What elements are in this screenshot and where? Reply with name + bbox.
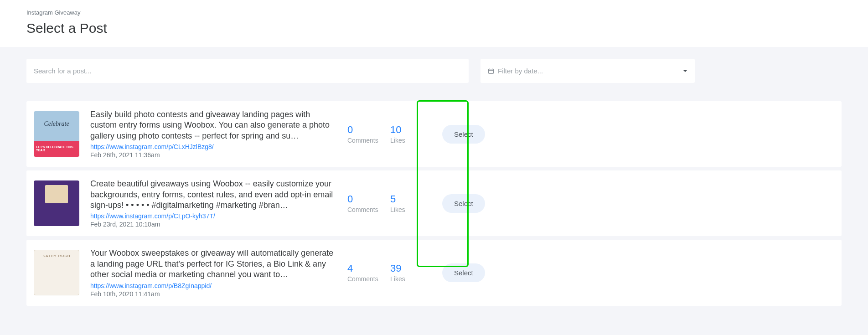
post-caption: Your Woobox sweepstakes or giveaway will… [90, 248, 336, 280]
calendar-icon [488, 68, 494, 74]
select-button[interactable]: Select [442, 125, 485, 144]
comments-count: 0 [347, 193, 379, 205]
filter-label: Filter by date... [498, 67, 543, 75]
likes-stat: 5 Likes [390, 193, 422, 213]
posts-list: Easily build photo contests and giveaway… [26, 101, 842, 309]
likes-stat: 39 Likes [390, 263, 422, 283]
comments-stat: 0 Comments [347, 124, 379, 144]
post-caption: Easily build photo contests and giveaway… [90, 109, 336, 141]
likes-label: Likes [390, 206, 422, 213]
post-info: Your Woobox sweepstakes or giveaway will… [90, 248, 336, 297]
top-controls: Filter by date... [26, 59, 842, 83]
post-row: Create beautiful giveaways using Woobox … [26, 170, 842, 236]
post-thumbnail[interactable] [34, 180, 79, 226]
likes-stat: 10 Likes [390, 124, 422, 144]
filter-by-date[interactable]: Filter by date... [480, 59, 695, 83]
post-date: Feb 26th, 2021 11:36am [90, 151, 336, 159]
post-caption: Create beautiful giveaways using Woobox … [90, 179, 336, 211]
comments-count: 0 [347, 124, 379, 136]
page-header: Instagram Giveaway Select a Post [0, 0, 868, 47]
chevron-down-icon [683, 70, 687, 72]
likes-label: Likes [390, 275, 422, 283]
likes-count: 10 [390, 124, 422, 136]
select-button[interactable]: Select [442, 263, 485, 282]
comments-label: Comments [347, 137, 379, 144]
post-url[interactable]: https://www.instagram.com/p/CLpO-kyh37T/ [90, 212, 336, 220]
likes-label: Likes [390, 137, 422, 144]
post-thumbnail[interactable] [34, 111, 79, 157]
comments-count: 4 [347, 263, 379, 274]
post-date: Feb 23rd, 2021 10:10am [90, 221, 336, 228]
search-input[interactable] [26, 59, 469, 83]
svg-rect-0 [489, 69, 494, 73]
comments-label: Comments [347, 206, 379, 213]
post-info: Create beautiful giveaways using Woobox … [90, 179, 336, 228]
post-thumbnail[interactable] [34, 250, 79, 295]
page-title: Select a Post [26, 21, 842, 36]
post-date: Feb 10th, 2020 11:41am [90, 290, 336, 298]
comments-stat: 4 Comments [347, 263, 379, 283]
breadcrumb: Instagram Giveaway [26, 9, 842, 16]
likes-count: 5 [390, 193, 422, 205]
comments-stat: 0 Comments [347, 193, 379, 213]
post-url[interactable]: https://www.instagram.com/p/CLxHJzlBzg8/ [90, 143, 336, 150]
post-row: Your Woobox sweepstakes or giveaway will… [26, 240, 842, 305]
post-row: Easily build photo contests and giveaway… [26, 101, 842, 167]
likes-count: 39 [390, 263, 422, 274]
post-info: Easily build photo contests and giveaway… [90, 109, 336, 159]
content-area: Filter by date... Easily build photo con… [0, 47, 868, 335]
select-button[interactable]: Select [442, 194, 485, 213]
comments-label: Comments [347, 275, 379, 283]
post-url[interactable]: https://www.instagram.com/p/B8ZgInappid/ [90, 282, 336, 289]
